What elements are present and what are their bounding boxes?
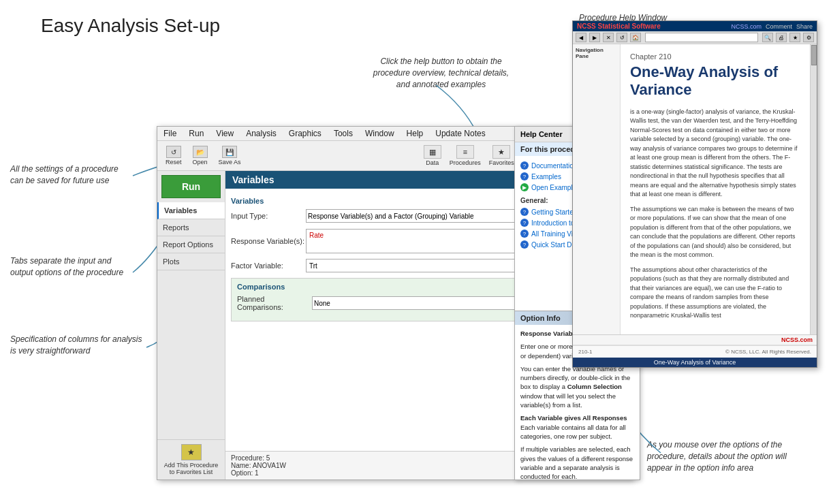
- procedures-button[interactable]: ≡ Procedures: [447, 144, 484, 168]
- planned-comparisons-label: Planned Comparisons:: [237, 295, 312, 311]
- nav-back[interactable]: ◀: [576, 33, 586, 42]
- nav-print[interactable]: 🖨: [776, 33, 787, 42]
- save-as-label: Save As: [219, 159, 241, 166]
- option-info-text-2: You can enter the variable names or numb…: [520, 364, 634, 409]
- option-info-text-3: Each Variable gives All ResponsesEach va…: [520, 413, 634, 441]
- nav-stop[interactable]: ✕: [603, 33, 614, 42]
- nav-address-bar[interactable]: [645, 33, 758, 42]
- ncss-header-bar: NCSS Statistical Software NCSS.com Comme…: [573, 21, 817, 31]
- help-link-icon-qs: ?: [520, 240, 529, 249]
- help-link-icon-examples: ?: [520, 172, 529, 180]
- annotation-columns: Specification of columns for analysis is…: [10, 334, 150, 357]
- menu-file[interactable]: File: [161, 128, 178, 139]
- help-center-title: Help Center: [520, 130, 563, 138]
- option-info-text-4: If multiple variables are selected, each…: [520, 445, 634, 479]
- menu-tools[interactable]: Tools: [332, 128, 355, 139]
- annotation-option-info: As you mouse over the options of the pro…: [647, 439, 804, 473]
- footer-ncss-logo: NCSS.com: [781, 336, 813, 343]
- open-label: Open: [193, 159, 208, 166]
- help-link-icon-doc: ?: [520, 161, 529, 170]
- menu-graphics[interactable]: Graphics: [287, 128, 324, 139]
- nav-home[interactable]: 🏠: [630, 33, 641, 42]
- favorites-toolbar-button[interactable]: ★ Favorites: [486, 144, 517, 168]
- nav-refresh[interactable]: ↺: [616, 33, 627, 42]
- proc-help-main: Chapter 210 One-Way Analysis of Variance…: [621, 44, 810, 334]
- input-type-label: Input Type:: [231, 212, 306, 220]
- proc-body-text-2: The assumptions we can make is between t…: [630, 205, 800, 260]
- scrollbar-thumb: [811, 45, 817, 65]
- nav-settings[interactable]: ⚙: [803, 33, 814, 42]
- proc-body-text-3: The assumptions about other characterist…: [630, 266, 800, 321]
- menu-help[interactable]: Help: [405, 128, 426, 139]
- menu-analysis[interactable]: Analysis: [244, 128, 279, 139]
- factor-var-label: Factor Variable:: [231, 262, 306, 270]
- proc-main-title: One-Way Analysis of Variance: [630, 63, 800, 99]
- ncss-logo: NCSS Statistical Software: [577, 22, 661, 30]
- help-link-doc-label: Documentation: [531, 162, 577, 170]
- star-icon: ★: [181, 444, 202, 460]
- proc-help-window: NCSS Statistical Software NCSS.com Comme…: [572, 20, 817, 368]
- reset-label: Reset: [166, 159, 182, 166]
- help-link-examples-label: Examples: [531, 173, 561, 180]
- help-link-icon-ig: ?: [520, 219, 529, 227]
- help-link-icon-gs: ?: [520, 208, 529, 216]
- footer-procedure-title: One-Way Analysis of Variance: [573, 358, 817, 367]
- page-title: Easy Analysis Set-up: [41, 15, 220, 37]
- favorites-icon: ★: [492, 145, 510, 159]
- menu-view[interactable]: View: [214, 128, 236, 139]
- data-button[interactable]: ▦ Data: [421, 144, 444, 168]
- data-icon: ▦: [424, 145, 441, 159]
- sidebar-tab-reports[interactable]: Reports: [157, 219, 225, 236]
- menu-window[interactable]: Window: [363, 128, 396, 139]
- save-as-button[interactable]: 💾 Save As: [216, 144, 244, 167]
- sidebar: Run Variables Reports Report Options Plo…: [157, 171, 225, 479]
- nav-panel-title: NavigationPane: [576, 47, 617, 59]
- annotation-tabs: Tabs separate the input and output optio…: [10, 255, 129, 279]
- help-link-icon-at: ?: [520, 230, 529, 238]
- proc-body-text-1: is a one-way (single-factor) analysis of…: [630, 108, 800, 200]
- annotation-save-settings: All the settings of a procedure can be s…: [10, 163, 129, 187]
- annotation-help-button: Click the help button to obtain the proc…: [368, 56, 514, 90]
- footer-copyright: © NCSS, LLC. All Rights Reserved.: [725, 349, 811, 355]
- menu-update-notes[interactable]: Update Notes: [433, 128, 487, 139]
- proc-help-comment-btn[interactable]: Comment: [766, 23, 792, 30]
- reset-icon: ↺: [166, 146, 181, 158]
- ncss-logo-link[interactable]: NCSS.com: [731, 23, 762, 30]
- sidebar-tab-report-options[interactable]: Report Options: [157, 236, 225, 253]
- sidebar-tab-plots[interactable]: Plots: [157, 253, 225, 270]
- favorites-btn-label: Add This Procedure to Favorites List: [161, 462, 221, 475]
- save-icon: 💾: [222, 146, 237, 158]
- procedures-label: Procedures: [450, 159, 481, 166]
- run-button[interactable]: Run: [161, 175, 221, 198]
- ncss-right-controls: NCSS.com Comment Share: [731, 23, 813, 30]
- nav-forward[interactable]: ▶: [589, 33, 600, 42]
- favorites-label: Favorites: [489, 159, 514, 166]
- open-icon: 📂: [193, 146, 208, 158]
- menu-run[interactable]: Run: [187, 128, 206, 139]
- nav-bookmark[interactable]: ★: [789, 33, 800, 42]
- proc-help-footer: 210-1 © NCSS, LLC. All Rights Reserved.: [573, 345, 817, 358]
- proc-help-nav-panel: NavigationPane: [573, 44, 621, 334]
- footer-ncss-bar: NCSS.com: [573, 335, 817, 345]
- response-var-value: Rate: [309, 232, 324, 239]
- proc-help-share-btn[interactable]: Share: [796, 23, 813, 30]
- help-link-icon-template: ▶: [520, 183, 529, 191]
- proc-help-toolbar: ◀ ▶ ✕ ↺ 🏠 🔍 🖨 ★ ⚙: [573, 31, 817, 44]
- proc-help-content: NavigationPane Chapter 210 One-Way Analy…: [573, 44, 817, 334]
- footer-page: 210-1: [578, 349, 592, 355]
- chapter-label: Chapter 210: [630, 52, 800, 61]
- proc-help-footer-area: NCSS.com 210-1 © NCSS, LLC. All Rights R…: [573, 334, 817, 367]
- proc-help-scrollbar[interactable]: [810, 44, 817, 334]
- open-button[interactable]: 📂 Open: [190, 144, 210, 167]
- data-label: Data: [426, 159, 439, 166]
- add-favorites-button[interactable]: ★ Add This Procedure to Favorites List: [161, 444, 221, 475]
- sidebar-bottom: ★ Add This Procedure to Favorites List: [157, 439, 225, 479]
- reset-button[interactable]: ↺ Reset: [163, 144, 185, 167]
- procedures-icon: ≡: [456, 145, 474, 159]
- sidebar-tab-variables[interactable]: Variables: [157, 202, 225, 219]
- response-var-label: Response Variable(s):: [231, 237, 306, 245]
- nav-search[interactable]: 🔍: [762, 33, 773, 42]
